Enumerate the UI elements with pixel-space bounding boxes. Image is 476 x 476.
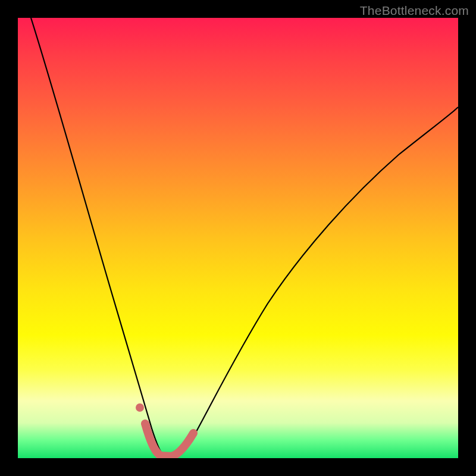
chart-frame: TheBottleneck.com xyxy=(0,0,476,476)
watermark-text: TheBottleneck.com xyxy=(360,4,469,18)
highlight-valley xyxy=(136,403,193,456)
svg-point-0 xyxy=(136,403,144,412)
plot-area xyxy=(18,18,458,458)
curve-layer xyxy=(18,18,458,458)
bottleneck-curve xyxy=(31,18,458,456)
